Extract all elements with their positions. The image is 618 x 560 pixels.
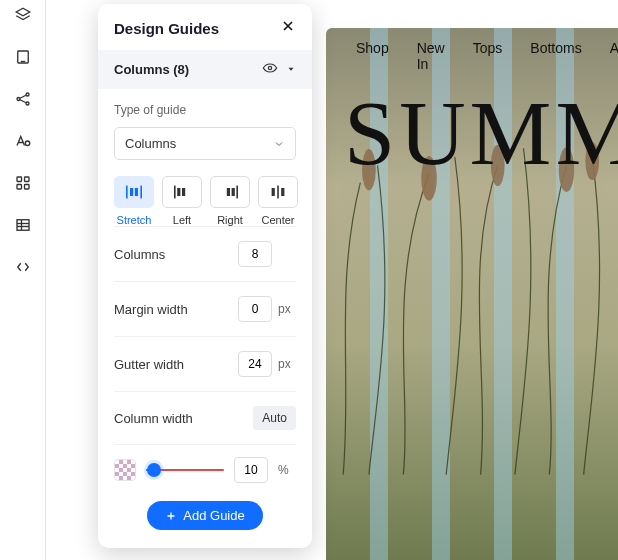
margin-unit: px: [278, 302, 296, 316]
nav-item[interactable]: Tops: [473, 40, 503, 72]
table-icon[interactable]: [14, 216, 32, 238]
margin-label: Margin width: [114, 302, 188, 317]
svg-rect-7: [24, 177, 29, 182]
opacity-unit: %: [278, 463, 296, 477]
tool-rail: [0, 0, 46, 560]
opacity-input[interactable]: [234, 457, 268, 483]
svg-rect-6: [17, 177, 22, 182]
align-left-label: Left: [162, 214, 202, 226]
gutter-unit: px: [278, 357, 296, 371]
type-label: Type of guide: [114, 103, 296, 117]
typography-icon[interactable]: [14, 132, 32, 154]
svg-rect-27: [236, 186, 238, 199]
align-stretch-label: Stretch: [114, 214, 154, 226]
colwidth-label: Column width: [114, 411, 193, 426]
type-value: Columns: [125, 136, 176, 151]
svg-rect-32: [281, 188, 284, 196]
svg-rect-8: [17, 185, 22, 190]
color-swatch[interactable]: [114, 459, 136, 481]
svg-rect-28: [227, 188, 230, 196]
type-select[interactable]: Columns: [114, 127, 296, 160]
caret-down-icon[interactable]: [286, 62, 296, 77]
nav-item[interactable]: New In: [417, 40, 445, 72]
slider-thumb[interactable]: [147, 463, 161, 477]
align-right-button[interactable]: [210, 176, 250, 208]
align-center-button[interactable]: [258, 176, 298, 208]
svg-point-4: [26, 102, 29, 105]
section-title: Columns (8): [114, 62, 189, 77]
design-guides-panel: Design Guides Columns (8) Type of guide …: [98, 4, 312, 548]
svg-rect-25: [177, 188, 180, 196]
svg-rect-22: [130, 188, 133, 196]
svg-rect-23: [135, 188, 138, 196]
share-icon[interactable]: [14, 90, 32, 112]
svg-rect-30: [277, 186, 279, 199]
align-center-label: Center: [258, 214, 298, 226]
svg-rect-10: [17, 220, 29, 231]
svg-point-3: [26, 93, 29, 96]
columns-label: Columns: [114, 247, 165, 262]
hero-text: SUMM: [344, 80, 618, 186]
svg-rect-24: [174, 186, 176, 199]
svg-point-5: [25, 141, 30, 146]
svg-rect-21: [140, 186, 142, 199]
svg-point-19: [268, 66, 271, 69]
align-left-button[interactable]: [162, 176, 202, 208]
gutter-input[interactable]: [238, 351, 272, 377]
visibility-icon[interactable]: [262, 60, 278, 79]
nav-item[interactable]: Bottoms: [530, 40, 581, 72]
page-icon[interactable]: [14, 48, 32, 70]
opacity-slider[interactable]: [146, 460, 224, 480]
svg-rect-20: [126, 186, 128, 199]
add-guide-label: Add Guide: [183, 508, 244, 523]
columns-input[interactable]: [238, 241, 272, 267]
layers-icon[interactable]: [14, 6, 32, 28]
nav-item[interactable]: Accesso: [610, 40, 618, 72]
canvas-preview: Shop New In Tops Bottoms Accesso SUMM: [326, 28, 618, 560]
code-icon[interactable]: [14, 258, 32, 280]
margin-input[interactable]: [238, 296, 272, 322]
apps-icon[interactable]: [14, 174, 32, 196]
svg-rect-31: [272, 188, 275, 196]
svg-rect-9: [24, 185, 29, 190]
svg-rect-29: [232, 188, 235, 196]
gutter-label: Gutter width: [114, 357, 184, 372]
panel-title: Design Guides: [114, 20, 219, 37]
site-nav: Shop New In Tops Bottoms Accesso: [356, 40, 618, 72]
close-icon[interactable]: [280, 18, 296, 38]
align-stretch-button[interactable]: [114, 176, 154, 208]
svg-point-2: [17, 98, 20, 101]
align-right-label: Right: [210, 214, 250, 226]
svg-rect-26: [182, 188, 185, 196]
add-guide-button[interactable]: Add Guide: [147, 501, 262, 530]
colwidth-value[interactable]: Auto: [253, 406, 296, 430]
nav-item[interactable]: Shop: [356, 40, 389, 72]
